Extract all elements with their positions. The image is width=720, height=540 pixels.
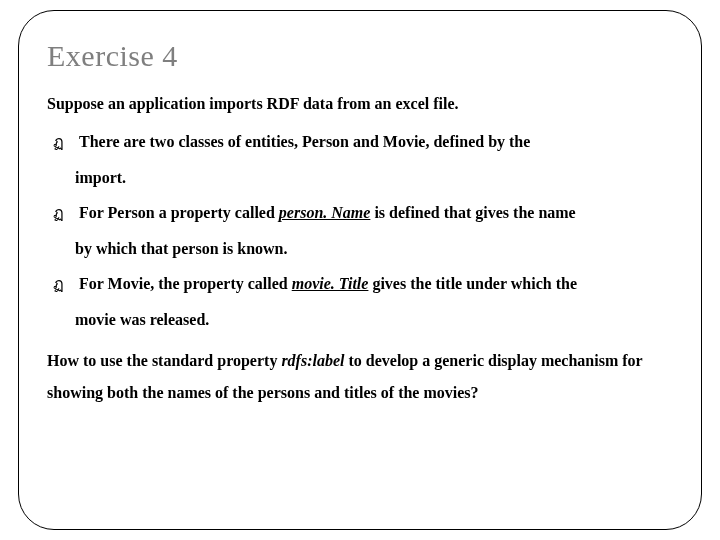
bullet-continuation: import. <box>75 167 673 189</box>
bullet-icon: ฏ <box>53 202 64 224</box>
property-name: person. Name <box>279 204 371 221</box>
bullet-text-post: is defined that gives the name <box>370 204 575 221</box>
bullet-continuation: movie was released. <box>75 309 673 331</box>
list-item: ฏ There are two classes of entities, Per… <box>53 131 673 188</box>
bullet-continuation: by which that person is known. <box>75 238 673 260</box>
bullet-text-post: gives the title under which the <box>368 275 577 292</box>
question-pre: How to use the standard property <box>47 352 281 369</box>
bullet-text: There are two classes of entities, Perso… <box>79 133 530 150</box>
rdfs-label: rdfs:label <box>281 352 344 369</box>
intro-text: Suppose an application imports RDF data … <box>47 95 673 113</box>
bullet-text-pre: For Movie, the property called <box>79 275 292 292</box>
bullet-list: ฏ There are two classes of entities, Per… <box>47 131 673 331</box>
property-name: movie. Title <box>292 275 369 292</box>
slide-title: Exercise 4 <box>47 39 673 73</box>
bullet-icon: ฏ <box>53 273 64 295</box>
question-text: How to use the standard property rdfs:la… <box>47 345 673 409</box>
bullet-text-pre: For Person a property called <box>79 204 279 221</box>
bullet-icon: ฏ <box>53 131 64 153</box>
list-item: ฏ For Movie, the property called movie. … <box>53 273 673 330</box>
list-item: ฏ For Person a property called person. N… <box>53 202 673 259</box>
slide-frame: Exercise 4 Suppose an application import… <box>18 10 702 530</box>
